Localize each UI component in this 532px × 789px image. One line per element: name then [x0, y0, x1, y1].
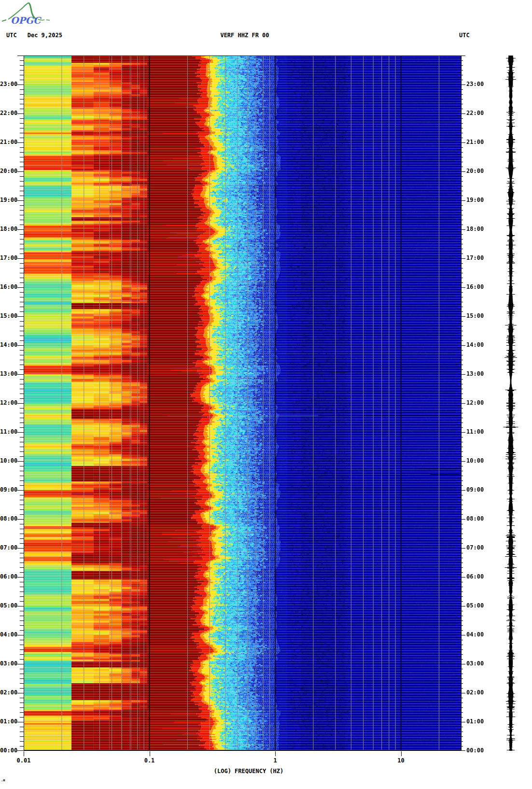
- y-tick-right: [459, 186, 463, 186]
- y-tick-left: [20, 133, 24, 133]
- y-tick-right: [459, 746, 463, 747]
- y-tick-right: [459, 750, 465, 751]
- y-tick-left: [20, 611, 24, 611]
- y-tick-left: [20, 587, 24, 587]
- y-tick-right: [459, 664, 465, 664]
- y-tick-right: [459, 447, 463, 447]
- y-tick-left: [20, 186, 24, 186]
- y-tick-right: [459, 741, 463, 742]
- y-tick-right: [459, 336, 463, 336]
- y-tick-left: [20, 732, 24, 732]
- y-tick-left: [20, 620, 24, 621]
- y-tick-left: [20, 674, 24, 674]
- y-tick-label-left: 06:00: [0, 573, 16, 580]
- y-tick-right: [459, 707, 463, 708]
- y-tick-right: [459, 282, 463, 283]
- y-tick-right: [459, 302, 463, 302]
- y-tick-left: [20, 234, 24, 235]
- y-tick-left: [20, 326, 24, 326]
- y-tick-left: [20, 215, 24, 215]
- y-tick-right: [459, 263, 463, 264]
- x-tick-label: 0.1: [135, 757, 164, 764]
- y-tick-right: [459, 234, 463, 235]
- y-tick-left: [20, 336, 24, 336]
- y-tick-right: [459, 152, 463, 153]
- y-tick-left: [17, 85, 24, 85]
- y-tick-label-right: 05:00: [466, 602, 484, 609]
- y-tick-left: [20, 495, 24, 495]
- y-tick-left: [17, 403, 24, 404]
- y-tick-right: [459, 181, 463, 182]
- y-tick-left: [17, 200, 24, 201]
- y-tick-left: [20, 736, 24, 737]
- spectrogram-page: OPGC UTCDec 9,2025 VERF HHZ FR 00 UTC 00…: [0, 0, 532, 789]
- y-tick-right: [459, 389, 463, 389]
- opgc-logo: OPGC: [1, 1, 51, 27]
- y-tick-right: [459, 220, 463, 220]
- y-tick-label-left: 15:00: [0, 312, 16, 319]
- y-tick-right: [459, 191, 463, 191]
- y-tick-right: [459, 171, 465, 172]
- y-tick-left: [20, 717, 24, 718]
- y-tick-label-left: 00:00: [0, 747, 16, 754]
- y-tick-left: [20, 254, 24, 254]
- y-tick-right: [459, 611, 463, 611]
- y-tick-left: [20, 466, 24, 466]
- x-tick: [275, 751, 276, 756]
- y-tick-right: [459, 524, 463, 524]
- utc-label-right: UTC: [459, 32, 470, 39]
- y-tick-left: [17, 461, 24, 462]
- y-tick-label-left: 07:00: [0, 544, 16, 551]
- y-tick-left: [20, 302, 24, 302]
- y-tick-right: [459, 321, 463, 322]
- y-tick-right: [459, 587, 463, 587]
- y-tick-left: [20, 384, 24, 384]
- spectrogram-canvas: [24, 56, 462, 751]
- y-tick-label-left: 13:00: [0, 370, 16, 377]
- y-tick-label-left: 01:00: [0, 718, 16, 725]
- y-tick-right: [459, 538, 463, 539]
- corner-mark: .m: [1, 778, 5, 782]
- y-tick-left: [17, 345, 24, 346]
- y-tick-left: [20, 152, 24, 153]
- y-tick-left: [17, 664, 24, 664]
- y-tick-left: [20, 278, 24, 278]
- y-tick-right: [459, 582, 463, 582]
- y-tick-right: [459, 239, 463, 240]
- y-tick-left: [17, 113, 24, 114]
- y-tick-right: [459, 60, 463, 61]
- y-tick-right: [459, 553, 463, 553]
- y-tick-right: [459, 471, 463, 471]
- y-tick-right: [459, 558, 463, 558]
- y-tick-right: [459, 278, 463, 278]
- y-tick-label-left: 05:00: [0, 602, 16, 609]
- y-tick-label-right: 20:00: [466, 168, 484, 174]
- y-tick-left: [20, 292, 24, 293]
- y-tick-left: [17, 577, 24, 578]
- y-tick-left: [20, 678, 24, 679]
- y-tick-left: [20, 456, 24, 457]
- y-tick-right: [459, 85, 465, 85]
- y-tick-right: [459, 717, 463, 718]
- y-tick-left: [20, 659, 24, 660]
- y-tick-left: [17, 56, 24, 56]
- y-tick-right: [459, 80, 463, 80]
- y-tick-right: [459, 176, 463, 177]
- y-tick-right: [459, 466, 463, 466]
- y-tick-left: [20, 427, 24, 428]
- y-tick-label-right: 08:00: [466, 515, 484, 522]
- y-tick-right: [459, 249, 463, 249]
- y-tick-left: [17, 316, 24, 317]
- y-tick-right: [459, 519, 465, 520]
- y-tick-right: [459, 167, 463, 167]
- y-tick-label-left: 20:00: [0, 168, 16, 174]
- y-tick-right: [459, 423, 463, 423]
- y-tick-right: [459, 340, 463, 341]
- y-tick-right: [459, 418, 463, 418]
- y-tick-right: [459, 625, 463, 626]
- y-tick-right: [459, 369, 463, 370]
- y-tick-left: [17, 171, 24, 172]
- y-tick-left: [20, 99, 24, 99]
- y-tick-right: [459, 476, 463, 476]
- y-tick-left: [20, 500, 24, 500]
